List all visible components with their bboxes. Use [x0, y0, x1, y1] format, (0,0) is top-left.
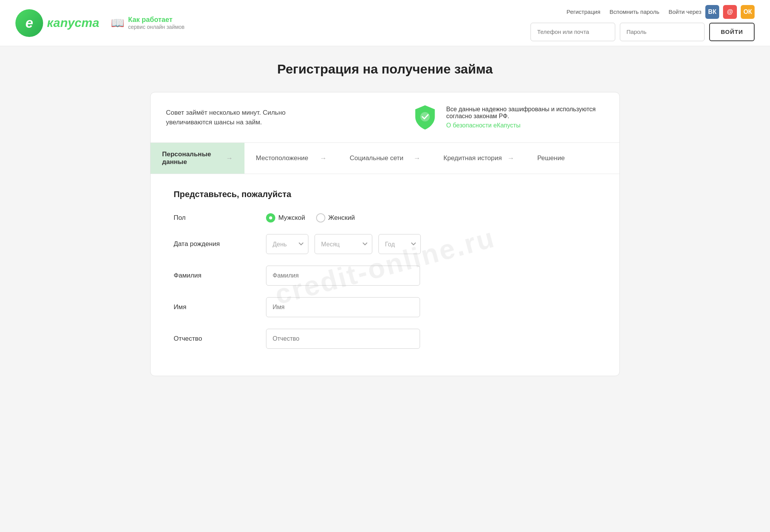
- gender-male-option[interactable]: Мужской: [266, 213, 305, 223]
- step-arrow-2: →: [320, 154, 326, 162]
- step-location-label: Местоположение: [256, 154, 308, 162]
- lastname-label: Фамилия: [174, 272, 258, 279]
- remember-password-link[interactable]: Вспомнить пароль: [609, 8, 659, 15]
- middlename-input[interactable]: [266, 329, 420, 349]
- step-arrow-4: →: [507, 154, 514, 162]
- social-login: Войти через ВК @ ОК: [668, 5, 755, 19]
- steps-bar: Персональные данные → Местоположение → С…: [151, 143, 619, 174]
- birthdate-label: Дата рождения: [174, 240, 258, 248]
- firstname-controls: [266, 297, 596, 317]
- vk-login-button[interactable]: ВК: [705, 5, 719, 19]
- header: e капуста 📖 Как работает сервис онлайн з…: [0, 0, 770, 46]
- gender-label: Пол: [174, 214, 258, 222]
- middlename-label: Отчество: [174, 335, 258, 343]
- logo-icon: e: [15, 9, 43, 37]
- logo-text: капуста: [47, 16, 99, 30]
- security-link[interactable]: О безопасности еКапусты: [446, 122, 521, 129]
- gender-row: Пол Мужской Женский: [174, 213, 596, 223]
- header-right: Регистрация Вспомнить пароль Войти через…: [531, 5, 755, 41]
- registration-card: Совет займёт несколько минут. Сильно уве…: [150, 92, 620, 376]
- gender-female-label: Женский: [328, 214, 355, 222]
- login-via-label: Войти через: [668, 8, 701, 15]
- form-area: Представьтесь, пожалуйста Пол Мужской Же…: [151, 174, 619, 376]
- shield-icon: [412, 104, 439, 131]
- step-social[interactable]: Социальные сети →: [338, 143, 432, 174]
- step-arrow-3: →: [413, 154, 420, 162]
- step-credit[interactable]: Кредитная история →: [432, 143, 526, 174]
- info-banner: Совет займёт несколько минут. Сильно уве…: [151, 92, 619, 143]
- how-it-works-link[interactable]: 📖 Как работает сервис онлайн займов: [111, 16, 185, 30]
- step-personal[interactable]: Персональные данные →: [151, 143, 244, 174]
- info-banner-left-text: Совет займёт несколько минут. Сильно уве…: [166, 108, 328, 127]
- info-banner-right: Все данные надежно зашифрованы и использ…: [412, 104, 604, 131]
- birthdate-controls: День123456789101112131415161718192021222…: [266, 234, 596, 254]
- page-title: Регистрация на получение займа: [150, 62, 620, 77]
- logo: e капуста: [15, 9, 99, 37]
- ok-login-button[interactable]: ОК: [741, 5, 755, 19]
- info-banner-right-text: Все данные надежно зашифрованы и использ…: [446, 106, 604, 129]
- gender-controls: Мужской Женский: [266, 213, 596, 223]
- login-button[interactable]: ВОЙТИ: [709, 23, 755, 41]
- register-link[interactable]: Регистрация: [567, 8, 601, 15]
- gender-male-label: Мужской: [278, 214, 305, 222]
- header-top-links: Регистрация Вспомнить пароль Войти через…: [567, 5, 755, 19]
- step-arrow-1: →: [226, 154, 233, 162]
- day-select[interactable]: День123456789101112131415161718192021222…: [266, 234, 308, 254]
- step-social-label: Социальные сети: [350, 154, 403, 162]
- gender-male-radio[interactable]: [266, 213, 275, 223]
- security-text: Все данные надежно зашифрованы и использ…: [446, 106, 604, 120]
- header-form: ВОЙТИ: [531, 23, 755, 41]
- mail-login-button[interactable]: @: [723, 5, 737, 19]
- month-select[interactable]: МесяцЯнварьФевральМартАпрельМайИюньИюльА…: [315, 234, 372, 254]
- main-content: Регистрация на получение займа Совет зай…: [135, 46, 635, 391]
- how-it-works-line2: сервис онлайн займов: [128, 24, 185, 30]
- lastname-row: Фамилия: [174, 266, 596, 286]
- gender-female-option[interactable]: Женский: [316, 213, 355, 223]
- middlename-controls: [266, 329, 596, 349]
- how-it-works-line1: Как работает: [128, 16, 185, 24]
- gender-female-radio[interactable]: [316, 213, 325, 223]
- step-decision-label: Решение: [537, 154, 564, 162]
- form-section-title: Представьтесь, пожалуйста: [174, 189, 596, 199]
- password-input[interactable]: [620, 23, 705, 41]
- step-location[interactable]: Местоположение →: [244, 143, 338, 174]
- lastname-controls: [266, 266, 596, 286]
- header-left: e капуста 📖 Как работает сервис онлайн з…: [15, 9, 184, 37]
- how-it-works-text: Как работает сервис онлайн займов: [128, 16, 185, 30]
- step-credit-label: Кредитная история: [444, 154, 502, 162]
- phone-email-input[interactable]: [531, 23, 615, 41]
- year-select[interactable]: Год2008200720062005200420032002200120001…: [378, 234, 421, 254]
- step-decision[interactable]: Решение: [526, 143, 619, 174]
- middlename-row: Отчество: [174, 329, 596, 349]
- svg-point-0: [420, 112, 430, 122]
- lastname-input[interactable]: [266, 266, 420, 286]
- book-icon: 📖: [111, 17, 124, 29]
- firstname-input[interactable]: [266, 297, 420, 317]
- firstname-row: Имя: [174, 297, 596, 317]
- firstname-label: Имя: [174, 303, 258, 311]
- birthdate-row: Дата рождения День1234567891011121314151…: [174, 234, 596, 254]
- step-personal-label: Персональные данные: [162, 151, 222, 166]
